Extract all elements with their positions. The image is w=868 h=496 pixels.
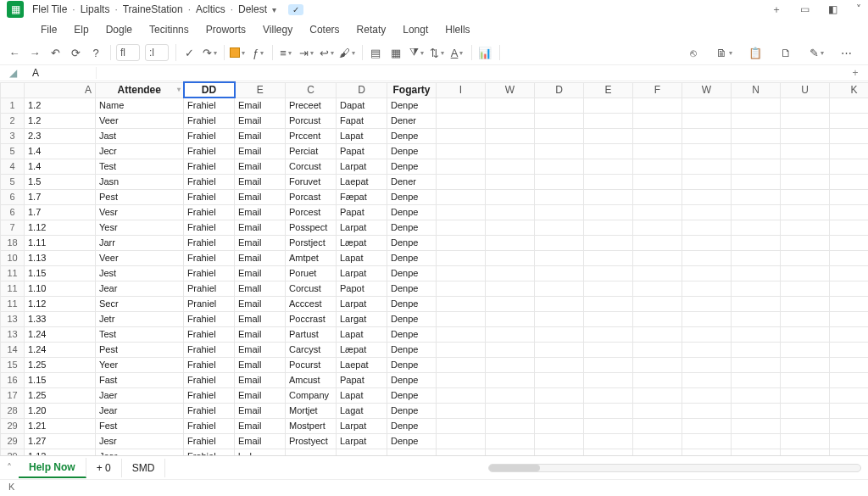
forward-icon[interactable]: → [27,45,42,60]
cell[interactable]: Fapat [337,113,387,128]
cell[interactable] [781,311,830,326]
cell[interactable] [437,235,486,250]
cell[interactable]: Frahiel [184,265,235,281]
cell[interactable] [830,296,869,311]
cell[interactable] [486,326,535,342]
sheet-tab-active[interactable]: Help Now [19,458,86,478]
cell[interactable] [781,235,830,250]
cell[interactable]: Frahiel [184,326,235,342]
cell[interactable] [486,189,535,204]
cell[interactable]: Test [96,326,184,342]
name-box[interactable]: A [25,67,97,79]
cell[interactable] [682,418,732,433]
cell[interactable] [535,449,584,455]
cell[interactable]: Yesr [96,220,184,235]
cell[interactable] [830,113,869,128]
table-row[interactable]: 111.10JearPrahielEmallCorcustPapotDenpe [1,281,869,296]
formula-icon[interactable]: ƒ [250,45,265,60]
cell[interactable]: Denpe [387,387,437,403]
cell[interactable] [830,357,869,372]
cell[interactable] [437,449,486,455]
cell[interactable]: Larpat [337,433,387,449]
cell[interactable]: Foruvet [286,174,337,189]
cell[interactable]: Frahiel [184,159,235,174]
cell[interactable]: Porcest [286,204,337,220]
text-color-icon[interactable]: A [449,45,465,60]
row-number[interactable]: 18 [1,235,25,250]
cell[interactable] [830,311,869,326]
cell[interactable]: Læpat [337,235,387,250]
cell[interactable] [437,265,486,281]
cell[interactable]: Email [235,128,286,143]
cell[interactable] [437,403,486,418]
crumb-0[interactable]: Flel Tile [32,3,67,15]
cell[interactable] [486,143,535,159]
crumb-2[interactable]: TraineStation [123,3,183,15]
cell[interactable]: Denpe [387,204,437,220]
cell[interactable] [486,204,535,220]
cell[interactable] [732,433,781,449]
cell[interactable] [486,128,535,143]
cell[interactable]: Email [235,189,286,204]
row-height-input[interactable]: :l [145,44,169,61]
cell[interactable] [732,281,781,296]
column-header[interactable]: DD [184,82,235,98]
cell[interactable] [486,98,535,113]
cell[interactable] [584,342,633,357]
table-icon[interactable]: ▦ [388,45,403,60]
table-row[interactable]: 281.20JearFrahielEmailMortjetLagatDenpe [1,403,869,418]
cell[interactable]: Papat [337,372,387,387]
table-row[interactable]: 41.4TestFrahielEmailCorcustLarpatDenpe [1,159,869,174]
cell[interactable] [437,326,486,342]
cell[interactable] [781,265,830,281]
cell[interactable]: Porstject [286,235,337,250]
row-number[interactable]: 11 [1,265,25,281]
cell[interactable] [535,326,584,342]
cell[interactable]: Frahiel [184,342,235,357]
chart-icon[interactable]: 📊 [477,45,492,60]
cell[interactable]: Jetr [96,311,184,326]
row-number[interactable]: 29 [1,418,25,433]
cell[interactable] [830,235,869,250]
cell[interactable] [682,357,732,372]
cell[interactable] [633,159,682,174]
cell[interactable]: Email [235,220,286,235]
panel-icon[interactable]: ◧ [828,3,837,15]
column-header[interactable]: Attendee [96,82,184,98]
cell[interactable] [830,204,869,220]
cell[interactable] [781,113,830,128]
cell[interactable]: Lagat [337,403,387,418]
cell[interactable]: Jecr [96,143,184,159]
cell[interactable] [633,342,682,357]
cell[interactable] [584,311,633,326]
cell[interactable]: Denpe [387,357,437,372]
table-row[interactable]: 291.12JearFrahiell…l [1,449,869,455]
column-header[interactable]: Fogarty [387,82,437,98]
cell[interactable] [535,220,584,235]
cell[interactable] [682,342,732,357]
cell[interactable] [584,143,633,159]
cell[interactable]: Carcyst [286,342,337,357]
cell[interactable] [633,449,682,455]
cell[interactable] [830,342,869,357]
cell[interactable]: Poccrast [286,311,337,326]
cell[interactable]: 1.7 [25,189,96,204]
menu-dogle[interactable]: Dogle [106,24,132,36]
table-row[interactable]: 32.3JastFrahielEmailPrccentLapatDenpe [1,128,869,143]
row-number[interactable]: 17 [1,387,25,403]
cell[interactable]: 2.3 [25,128,96,143]
cell[interactable]: Amcust [286,372,337,387]
cell[interactable]: 1.11 [25,235,96,250]
cell[interactable]: Pest [96,342,184,357]
cell[interactable]: 1.12 [25,296,96,311]
cell[interactable]: 1.33 [25,311,96,326]
cell[interactable]: Veer [96,113,184,128]
cell[interactable] [486,113,535,128]
cell[interactable] [584,159,633,174]
cell[interactable]: Frahiel [184,403,235,418]
cell[interactable] [584,387,633,403]
cell[interactable] [633,98,682,113]
crumb-1[interactable]: Lipalts [81,3,110,15]
cell[interactable] [584,265,633,281]
cell[interactable] [584,326,633,342]
